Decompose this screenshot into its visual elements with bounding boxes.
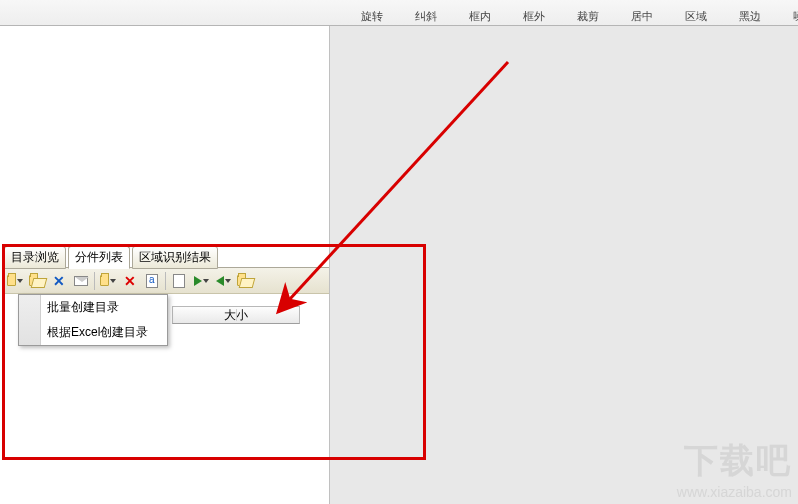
toolbar-label: 区域 — [685, 9, 707, 24]
btn-new-folder[interactable] — [28, 272, 46, 290]
btn-delete-red[interactable]: ✕ — [121, 272, 139, 290]
toolbar-label: 居中 — [631, 9, 653, 24]
doc-a-icon — [146, 274, 158, 288]
btn-export[interactable] — [170, 272, 188, 290]
btn-folder-3[interactable] — [236, 272, 254, 290]
toolbar-btn-deskew[interactable]: 纠斜 — [404, 7, 448, 24]
tab-file-list[interactable]: 分件列表 — [68, 246, 130, 269]
toolbar-label: 裁剪 — [577, 9, 599, 24]
toolbar-btn-blackedge[interactable]: 黑边 — [728, 7, 772, 24]
arrow-left-icon — [216, 276, 224, 286]
panel-toolbar: ✕ ✕ — [2, 268, 329, 294]
toolbar-btn-noise[interactable]: 噪点 — [782, 7, 798, 24]
btn-open-folder[interactable] — [6, 272, 24, 290]
column-header-size[interactable]: 大小 — [172, 306, 300, 324]
left-panel: 目录浏览 分件列表 区域识别结果 ✕ ✕ 批量创建目录 根据Excel创建目录 … — [2, 246, 329, 456]
top-toolbar-items: 旋转 纠斜 框内 框外 裁剪 居中 区域 黑边 噪点 文字 — [350, 0, 798, 26]
tab-label: 目录浏览 — [11, 250, 59, 264]
tab-directory-browse[interactable]: 目录浏览 — [4, 246, 66, 269]
btn-delete-blue[interactable]: ✕ — [50, 272, 68, 290]
canvas-area — [329, 26, 798, 504]
btn-doc-a[interactable] — [143, 272, 161, 290]
menu-item-excel-create[interactable]: 根据Excel创建目录 — [19, 320, 167, 345]
arrow-right-icon — [194, 276, 202, 286]
toolbar-btn-center[interactable]: 居中 — [620, 7, 664, 24]
panel-tabs: 目录浏览 分件列表 区域识别结果 — [2, 246, 329, 268]
top-toolbar: 旋转 纠斜 框内 框外 裁剪 居中 区域 黑边 噪点 文字 — [0, 0, 798, 26]
folder-icon — [7, 275, 16, 286]
close-red-icon: ✕ — [124, 274, 136, 288]
btn-folder-2[interactable] — [99, 272, 117, 290]
toolbar-btn-inside[interactable]: 框内 — [458, 7, 502, 24]
toolbar-label: 框外 — [523, 9, 545, 24]
btn-prev[interactable] — [214, 272, 232, 290]
toolbar-btn-outside[interactable]: 框外 — [512, 7, 556, 24]
column-divider — [236, 309, 237, 321]
toolbar-label: 框内 — [469, 9, 491, 24]
tab-label: 区域识别结果 — [139, 250, 211, 264]
folder-open-icon — [29, 275, 38, 286]
toolbar-label: 纠斜 — [415, 9, 437, 24]
create-directory-dropdown: 批量创建目录 根据Excel创建目录 — [18, 294, 168, 346]
toolbar-btn-rotate[interactable]: 旋转 — [350, 7, 394, 24]
tab-label: 分件列表 — [75, 250, 123, 264]
mail-icon — [74, 276, 88, 286]
close-blue-icon: ✕ — [53, 274, 65, 288]
toolbar-label: 旋转 — [361, 9, 383, 24]
folder-icon — [100, 275, 109, 286]
toolbar-btn-region[interactable]: 区域 — [674, 7, 718, 24]
toolbar-btn-crop[interactable]: 裁剪 — [566, 7, 610, 24]
folder-open-icon — [237, 275, 246, 286]
separator — [94, 272, 95, 290]
btn-mail[interactable] — [72, 272, 90, 290]
menu-item-label: 批量创建目录 — [47, 300, 119, 314]
menu-item-label: 根据Excel创建目录 — [47, 325, 148, 339]
tab-region-result[interactable]: 区域识别结果 — [132, 246, 218, 269]
toolbar-label: 噪点 — [793, 9, 798, 24]
menu-item-batch-create[interactable]: 批量创建目录 — [19, 295, 167, 320]
doc-icon — [173, 274, 185, 288]
separator — [165, 272, 166, 290]
btn-next[interactable] — [192, 272, 210, 290]
toolbar-label: 黑边 — [739, 9, 761, 24]
